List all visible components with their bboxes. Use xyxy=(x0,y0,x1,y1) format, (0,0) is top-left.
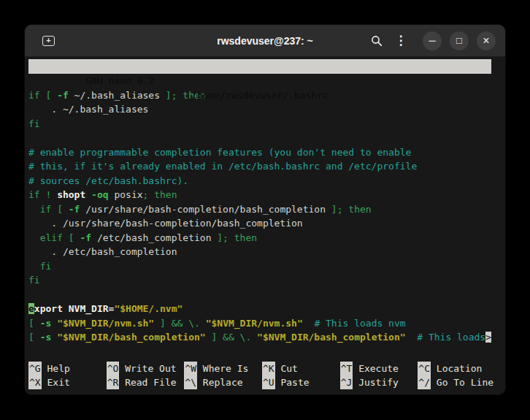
shortcut-label: Read File xyxy=(119,377,176,388)
editor-line: . /etc/bash_completion xyxy=(28,245,505,259)
shortcut-exit: ^X Exit xyxy=(28,375,107,389)
menu-button[interactable]: ⋮ xyxy=(393,33,409,49)
code-token: xport NVM_DIR= xyxy=(34,303,115,314)
code-token: shopt xyxy=(57,189,91,200)
editor-line: . ~/.bash_aliases xyxy=(28,102,505,117)
code-token: > xyxy=(485,332,491,343)
shortcut-label: Write Out xyxy=(119,363,176,374)
code-token xyxy=(51,332,57,343)
code-token: # sources /etc/bash.bashrc). xyxy=(28,175,188,186)
close-button[interactable]: × xyxy=(477,31,496,50)
code-token: "$NVM_DIR/nvm.sh" xyxy=(206,318,303,329)
shortcut-label: Replace xyxy=(197,377,243,388)
shortcut-location: ^C Location xyxy=(418,362,496,375)
shortcut-key: ^/ xyxy=(418,375,431,389)
shortcut-justify: ^J Justify xyxy=(340,375,418,389)
code-token: . /etc/bash_completion xyxy=(28,246,177,257)
code-token: /etc/bash_completion xyxy=(91,232,217,243)
editor-line: # enable programmable completion feature… xyxy=(28,145,505,160)
code-token xyxy=(28,232,40,243)
shortcut-paste: ^U Paste xyxy=(262,375,340,389)
code-token: [ xyxy=(28,332,40,343)
shortcut-label: Execute xyxy=(353,363,399,374)
code-token xyxy=(51,318,57,329)
code-token: ]; then xyxy=(217,232,257,243)
editor-line: fi xyxy=(28,273,505,288)
code-token: fi xyxy=(28,261,51,272)
search-icon xyxy=(371,35,383,47)
shortcut-replace: ^\ Replace xyxy=(184,375,262,389)
shortcut-label: Cut xyxy=(275,363,298,374)
code-token: # this, if it's already enabled in /etc/… xyxy=(28,161,417,172)
code-token: ] && \. xyxy=(206,332,257,343)
code-token: -s xyxy=(40,318,52,329)
editor-line: if [ -f /usr/share/bash-completion/bash_… xyxy=(28,202,505,217)
code-token: ] && \. xyxy=(154,318,205,329)
nano-file-path: /home/rwsdevuser/.bashrc xyxy=(191,88,329,103)
shortcut-key: ^T xyxy=(340,362,353,375)
new-tab-button[interactable]: + xyxy=(42,36,55,46)
editor-line: . /usr/share/bash-completion/bash_comple… xyxy=(28,216,505,231)
new-tab-icon: + xyxy=(42,36,55,46)
maximize-icon: □ xyxy=(456,36,462,45)
shortcut-help: ^G Help xyxy=(28,362,107,375)
shortcut-label: Location xyxy=(431,363,482,374)
search-button[interactable] xyxy=(369,33,385,49)
minimize-button[interactable]: ─ xyxy=(423,31,442,50)
code-token: fi xyxy=(28,118,40,129)
code-token: "$NVM_DIR/nvm.sh" xyxy=(57,318,154,329)
code-token: # This loads nvm xyxy=(314,318,405,329)
code-token: -f xyxy=(80,232,91,243)
shortcut-key: ^W xyxy=(184,362,197,375)
code-token xyxy=(406,332,418,343)
code-token: elif [ xyxy=(40,232,80,243)
code-token: if ! xyxy=(28,189,57,200)
code-token: ~/.bash_aliases xyxy=(69,90,166,101)
terminal-window: + rwsdevuser@237: ~ ⋮ ─ □ xyxy=(24,24,506,395)
shortcut-key: ^K xyxy=(262,362,275,375)
shortcut-key: ^O xyxy=(107,362,120,375)
shortcut-key: ^J xyxy=(340,375,353,389)
editor-line xyxy=(28,288,505,302)
shortcut-key: ^\ xyxy=(184,375,197,389)
minimize-icon: ─ xyxy=(429,36,435,45)
nano-titlebar: GNU nano 6.2 /home/rwsdevuser/.bashrc xyxy=(28,59,491,74)
code-token: # enable programmable completion feature… xyxy=(28,147,411,158)
shortcut-execute: ^T Execute xyxy=(340,362,418,375)
close-icon: × xyxy=(483,35,489,47)
titlebar: + rwsdevuser@237: ~ ⋮ ─ □ xyxy=(25,25,505,57)
code-token: /usr/share/bash-completion/bash_completi… xyxy=(80,204,331,215)
shortcut-key: ^U xyxy=(262,375,275,389)
editor-content[interactable]: if [ -f ~/.bash_aliases ]; then . ~/.bas… xyxy=(28,74,505,362)
shortcut-where-is: ^W Where Is xyxy=(184,362,262,375)
shortcut-key: ^C xyxy=(418,362,431,375)
shortcut-read-file: ^R Read File xyxy=(107,375,185,389)
editor-line: fi xyxy=(28,259,505,274)
code-token: . /usr/share/bash-completion/bash_comple… xyxy=(28,218,303,229)
code-token: [ xyxy=(28,318,40,329)
shortcut-label: Paste xyxy=(275,377,310,388)
editor-line: fi xyxy=(28,117,505,131)
code-token: if [ xyxy=(40,204,69,215)
desktop-background: + rwsdevuser@237: ~ ⋮ ─ □ xyxy=(0,0,530,420)
shortcut-label: Help xyxy=(42,363,70,374)
maximize-button[interactable]: □ xyxy=(450,31,469,50)
code-token: "$NVM_DIR/bash_completion" xyxy=(257,332,406,343)
code-token: -f xyxy=(69,204,80,215)
shortcut-bar: ^G Help^O Write Out^W Where Is^K Cut^T E… xyxy=(28,362,496,391)
code-token: ; then xyxy=(143,189,177,200)
terminal-screen[interactable]: GNU nano 6.2 /home/rwsdevuser/.bashrc if… xyxy=(25,57,505,395)
editor-line: [ -s "$NVM_DIR/nvm.sh" ] && \. "$NVM_DIR… xyxy=(28,316,505,331)
shortcut-key: ^G xyxy=(28,362,42,375)
editor-line: # sources /etc/bash.bashrc). xyxy=(28,174,505,188)
text-cursor: e xyxy=(28,303,34,314)
shortcut-go-to-line: ^/ Go To Line xyxy=(418,375,496,389)
code-token xyxy=(303,318,315,329)
shortcut-label: Go To Line xyxy=(431,377,493,388)
code-token: # This loads xyxy=(417,332,485,343)
editor-line: # this, if it's already enabled in /etc/… xyxy=(28,159,505,174)
shortcut-cut: ^K Cut xyxy=(262,362,340,375)
shortcut-label: Exit xyxy=(42,377,70,388)
code-token: ]; then xyxy=(331,204,372,215)
editor-line: export NVM_DIR="$HOME/.nvm" xyxy=(28,302,505,316)
